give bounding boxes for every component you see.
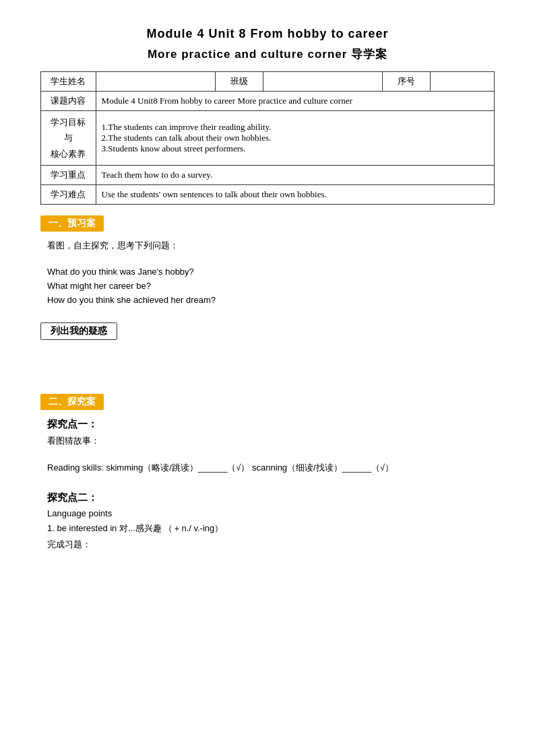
point2-item2: 完成习题： [47, 539, 495, 551]
point2-item1: 1. be interested in 对...感兴趣 （＋n./ v.-ing… [47, 522, 495, 535]
label-number: 序号 [383, 72, 431, 92]
goal-2: 2.The students can talk about their own … [102, 133, 489, 143]
table-row-difficulty: 学习难点 Use the students' own sentences to … [41, 185, 495, 205]
cell-number-value [431, 72, 495, 92]
section1-badge: 一、预习案 [40, 215, 104, 232]
goal-3: 3.Students know about street performers. [102, 143, 489, 154]
label-difficulty: 学习难点 [41, 185, 96, 205]
label-goals: 学习目标与核心素养 [41, 111, 96, 166]
cell-goals-content: 1.The students can improve their reading… [96, 111, 494, 166]
section1-q1: What do you think was Jane's hobby? [47, 267, 495, 277]
section-explore: 二、探究案 探究点一： 看图猜故事： Reading skills: skimm… [40, 394, 495, 551]
section1-q3: How do you think she achieved her dream? [47, 295, 495, 305]
section2-point2: 探究点二： Language points 1. be interested i… [40, 491, 495, 551]
table-row-topic: 课题内容 Module 4 Unit8 From hobby to career… [41, 92, 495, 111]
point1-title: 探究点一： [47, 418, 495, 431]
main-title: Module 4 Unit 8 From hobby to career [40, 27, 495, 41]
table-row-name: 学生姓名 班级 序号 [41, 72, 495, 92]
sub-title: More practice and culture corner 导学案 [40, 46, 495, 62]
cell-topic-content: Module 4 Unit8 From hobby to career More… [96, 92, 494, 111]
point1-subtitle: 看图猜故事： [47, 435, 495, 447]
section-preview: 一、预习案 看图，自主探究，思考下列问题： What do you think … [40, 215, 495, 382]
cell-class-value [263, 72, 382, 92]
doubts-badge: 列出我的疑惑 [40, 322, 117, 340]
section1-content: 看图，自主探究，思考下列问题： What do you think was Ja… [40, 240, 495, 305]
section1-intro: 看图，自主探究，思考下列问题： [47, 240, 495, 252]
label-topic: 课题内容 [41, 92, 96, 111]
section2-point1: 探究点一： 看图猜故事： Reading skills: skimming（略读… [40, 418, 495, 474]
doubts-blank [40, 348, 495, 382]
label-student-name: 学生姓名 [41, 72, 96, 92]
label-class: 班级 [216, 72, 263, 92]
goal-1: 1.The students can improve their reading… [102, 122, 489, 133]
table-row-key: 学习重点 Teach them how to do a survey. [41, 166, 495, 185]
section2-badge: 二、探究案 [40, 394, 104, 410]
point1-content: Reading skills: skimming（略读/跳读）______（√）… [47, 462, 495, 474]
label-key: 学习重点 [41, 166, 96, 185]
cell-key-content: Teach them how to do a survey. [96, 166, 494, 185]
point2-subtitle: Language points [47, 508, 495, 518]
cell-student-name-value [96, 72, 215, 92]
table-row-goals: 学习目标与核心素养 1.The students can improve the… [41, 111, 495, 166]
section1-q2: What might her career be? [47, 281, 495, 291]
point2-title: 探究点二： [47, 491, 495, 504]
cell-difficulty-content: Use the students' own sentences to talk … [96, 185, 494, 205]
info-table: 学生姓名 班级 序号 课题内容 Module 4 Unit8 From hobb… [40, 71, 495, 205]
